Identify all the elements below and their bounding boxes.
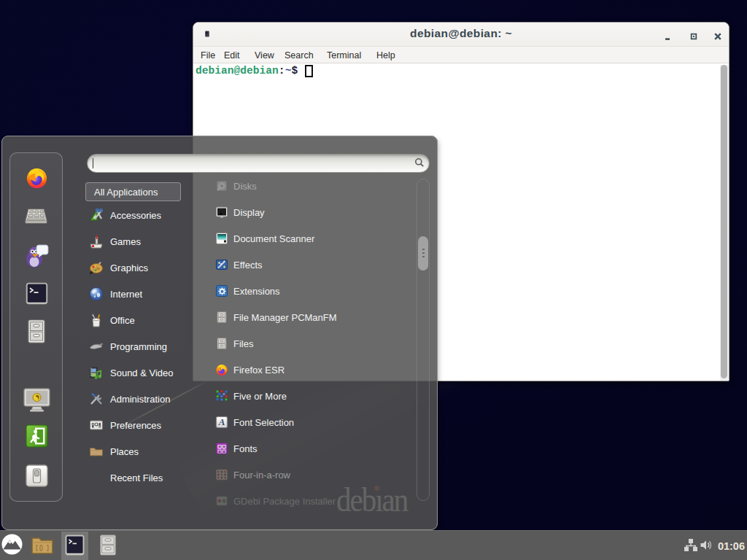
- svg-text:A: A: [218, 416, 225, 427]
